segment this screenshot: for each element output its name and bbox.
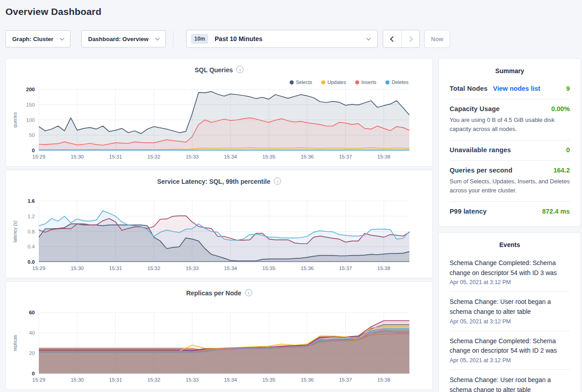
summary-value: 872.4 ms [542,208,570,215]
event-item[interactable]: Schema Change Completed: Schema change o… [450,331,570,370]
svg-text:15:33: 15:33 [186,377,199,383]
summary-description: You are using 0 B of 4.5 GiB usable disk… [450,116,570,133]
sql-queries-chart-panel: SQL Queries i Selects Updates Inserts [5,58,433,167]
legend-swatch [321,80,325,84]
info-icon[interactable]: i [236,66,244,73]
event-text: Schema Change: User root began a schema … [450,297,570,317]
svg-text:15:30: 15:30 [70,266,84,271]
summary-value: 164.2 [554,167,570,174]
legend-label: Updates [328,79,346,85]
page-title: Overview Dashboard [5,6,582,17]
charts-column: SQL Queries i Selects Updates Inserts [5,58,433,392]
event-item[interactable]: Schema Change Completed: Schema change o… [450,253,570,292]
svg-text:15:35: 15:35 [263,377,276,383]
replicas-per-node-chart-panel: Replicas per Node i 15:2915:3015:3115:32… [5,281,433,390]
svg-text:0.0: 0.0 [28,259,35,265]
svg-text:queries: queries [12,112,18,127]
svg-text:60: 60 [29,310,35,315]
svg-text:15:31: 15:31 [109,266,122,271]
legend-item-updates: Updates [321,79,346,85]
svg-text:0: 0 [32,371,35,376]
chevron-down-icon [366,36,371,41]
replicas-per-node-chart[interactable]: 15:2915:3015:3115:3215:3315:3415:3515:36… [6,307,432,387]
chart-header: Service Latency: SQL, 99th percentile i [6,170,432,196]
legend-label: Selects [296,79,312,85]
summary-label: Queries per second [450,167,512,174]
legend-swatch [355,80,359,84]
svg-text:15:36: 15:36 [300,266,314,271]
summary-title: Summary [450,59,570,79]
dashboard-label: Dashboard: Overview [88,36,149,42]
chevron-down-icon [60,36,65,41]
svg-text:15:38: 15:38 [377,377,390,383]
time-range-badge: 10m [191,34,208,44]
time-step-forward-button[interactable] [401,30,419,47]
summary-description: Sum of Selects, Updates, Inserts, and De… [450,177,570,195]
now-button[interactable]: Now [424,30,450,48]
legend-item-inserts: Inserts [355,79,376,85]
svg-text:50: 50 [29,132,35,138]
view-nodes-list-link[interactable]: View nodes list [493,85,540,92]
dashboard-controls: Graph: Cluster Dashboard: Overview 10m P… [5,30,582,48]
dashboard-dropdown[interactable]: Dashboard: Overview [81,30,166,47]
summary-value: 0 [566,146,570,154]
summary-label: P99 latency [450,208,487,215]
summary-value: 0.00% [551,105,570,112]
controls-divider [173,30,174,47]
svg-text:15:32: 15:32 [147,154,160,159]
info-icon[interactable]: i [245,289,252,296]
svg-text:0: 0 [32,148,35,153]
dashboard-content: SQL Queries i Selects Updates Inserts [5,58,582,392]
summary-row-total-nodes: Total Nodes View nodes list 9 [450,79,570,99]
time-range-dropdown[interactable]: 10m Past 10 Minutes [186,30,378,48]
event-text: Schema Change Completed: Schema change o… [450,336,570,356]
event-item[interactable]: Schema Change: User root began a schema … [450,292,570,331]
legend-item-deletes: Deletes [385,79,408,85]
chart-header: Replicas per Node i [6,282,432,307]
svg-text:15:38: 15:38 [377,154,390,159]
svg-text:15:33: 15:33 [186,154,199,159]
svg-text:15:33: 15:33 [186,266,199,271]
overview-dashboard-page: Overview Dashboard Graph: Cluster Dashbo… [0,0,582,392]
legend-label: Inserts [361,79,376,85]
time-range-label: Past 10 Minutes [215,35,263,42]
summary-row-capacity-usage: Capacity Usage 0.00% You are using 0 B o… [450,99,570,140]
svg-text:15:37: 15:37 [339,377,352,383]
chart-title: Service Latency: SQL, 99th percentile [157,178,271,185]
summary-label: Total Nodes [450,85,488,92]
svg-text:150: 150 [26,102,35,107]
svg-text:1.6: 1.6 [28,198,35,204]
svg-text:15:31: 15:31 [109,154,122,159]
svg-text:1.2: 1.2 [28,214,35,219]
sidebar: Summary Total Nodes View nodes list 9 Ca… [438,58,581,392]
svg-text:15:36: 15:36 [300,377,314,383]
info-icon[interactable]: i [274,177,281,185]
event-text: Schema Change Completed: Schema change o… [450,258,570,278]
svg-text:200: 200 [26,87,35,92]
graph-scope-dropdown[interactable]: Graph: Cluster [5,30,70,47]
chart-title: SQL Queries [195,66,233,74]
summary-row-queries-per-second: Queries per second 164.2 Sum of Selects,… [450,161,570,202]
svg-text:15:38: 15:38 [377,266,390,271]
chart-legend: Selects Updates Inserts Deletes [290,79,408,85]
svg-text:100: 100 [26,117,35,123]
svg-text:15:30: 15:30 [70,377,84,383]
event-item[interactable]: Schema Change: User root began a schema … [450,370,570,392]
summary-label: Capacity Usage [450,105,500,112]
legend-swatch [385,80,390,84]
event-timestamp: Apr 05, 2021 at 3:12 PM [450,279,570,285]
svg-text:15:35: 15:35 [263,154,276,159]
svg-text:20: 20 [29,350,35,356]
time-step-back-button[interactable] [383,30,401,47]
events-panel: Events Schema Change Completed: Schema c… [438,232,581,392]
svg-text:15:29: 15:29 [33,377,46,383]
svg-text:15:29: 15:29 [33,266,46,271]
events-title: Events [450,233,570,253]
graph-scope-label: Graph: Cluster [12,36,53,42]
svg-text:15:31: 15:31 [109,377,122,383]
svg-text:15:37: 15:37 [339,266,352,271]
svg-text:15:29: 15:29 [33,154,46,159]
svg-text:latency (s): latency (s) [12,220,18,242]
sql-queries-chart[interactable]: 15:2915:3015:3115:3215:3315:3415:3515:36… [6,84,432,163]
service-latency-chart[interactable]: 15:2915:3015:3115:3215:3315:3415:3515:36… [6,196,432,275]
